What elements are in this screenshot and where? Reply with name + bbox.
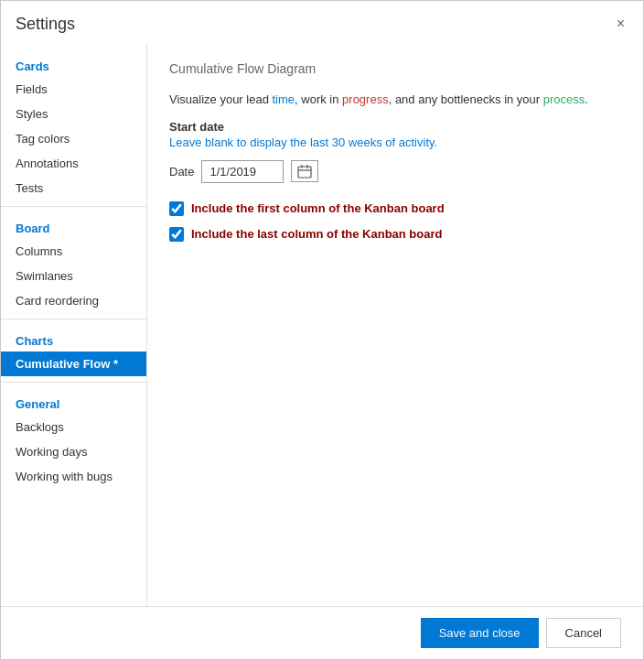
sidebar-item-tests[interactable]: Tests [1, 176, 146, 200]
start-date-label: Start date [169, 120, 621, 134]
close-button[interactable]: × [613, 12, 628, 36]
sidebar-section-general: General [1, 388, 146, 415]
sidebar-item-annotations[interactable]: Annotations [1, 151, 146, 176]
description-progress: progress [342, 92, 389, 106]
sidebar-item-columns[interactable]: Columns [1, 239, 146, 264]
dialog-footer: Save and close Cancel [1, 606, 643, 659]
content-title: Cumulative Flow Diagram [169, 61, 621, 76]
date-label: Date [169, 165, 194, 179]
dialog-body: Cards Fields Styles Tag colors Annotatio… [1, 43, 643, 606]
divider-1 [1, 206, 146, 207]
start-date-hint: Leave blank to display the last 30 weeks… [169, 135, 621, 149]
checkbox-row-last-column: Include the last column of the Kanban bo… [169, 227, 621, 242]
sidebar-item-cumulative-flow[interactable]: Cumulative Flow * [1, 352, 146, 376]
calendar-icon [297, 164, 312, 179]
sidebar-section-charts: Charts [1, 325, 146, 352]
sidebar-item-working-days[interactable]: Working days [1, 439, 146, 464]
checkbox-last-column[interactable] [169, 227, 184, 242]
divider-3 [1, 382, 146, 383]
checkbox-first-column-label: Include the first column of the Kanban b… [191, 201, 445, 215]
main-content: Cumulative Flow Diagram Visualize your l… [147, 43, 643, 606]
save-close-button[interactable]: Save and close [421, 618, 539, 648]
sidebar-item-working-with-bugs[interactable]: Working with bugs [1, 464, 146, 489]
sidebar-item-styles[interactable]: Styles [1, 102, 146, 126]
svg-rect-0 [298, 167, 311, 178]
description-text: Visualize your lead time, work in progre… [169, 91, 621, 109]
checkbox-first-column[interactable] [169, 201, 184, 216]
cancel-button[interactable]: Cancel [546, 618, 621, 648]
sidebar-item-fields[interactable]: Fields [1, 77, 146, 102]
sidebar-section-cards: Cards [1, 50, 146, 77]
description-process: process [543, 92, 585, 106]
divider-2 [1, 319, 146, 319]
calendar-icon-button[interactable] [291, 160, 318, 182]
sidebar-item-swimlanes[interactable]: Swimlanes [1, 264, 146, 288]
dialog-title: Settings [16, 15, 75, 34]
sidebar-section-board: Board [1, 212, 146, 239]
sidebar: Cards Fields Styles Tag colors Annotatio… [1, 43, 147, 606]
sidebar-item-backlogs[interactable]: Backlogs [1, 415, 146, 439]
checkbox-last-column-label: Include the last column of the Kanban bo… [191, 227, 442, 241]
dialog-header: Settings × [1, 1, 643, 43]
date-row: Date [169, 160, 621, 183]
checkbox-row-first-column: Include the first column of the Kanban b… [169, 201, 621, 216]
date-input[interactable] [201, 160, 284, 183]
sidebar-item-card-reordering[interactable]: Card reordering [1, 288, 146, 313]
settings-dialog: Settings × Cards Fields Styles Tag color… [0, 0, 644, 660]
sidebar-item-tag-colors[interactable]: Tag colors [1, 126, 146, 151]
description-time: time [273, 92, 295, 106]
